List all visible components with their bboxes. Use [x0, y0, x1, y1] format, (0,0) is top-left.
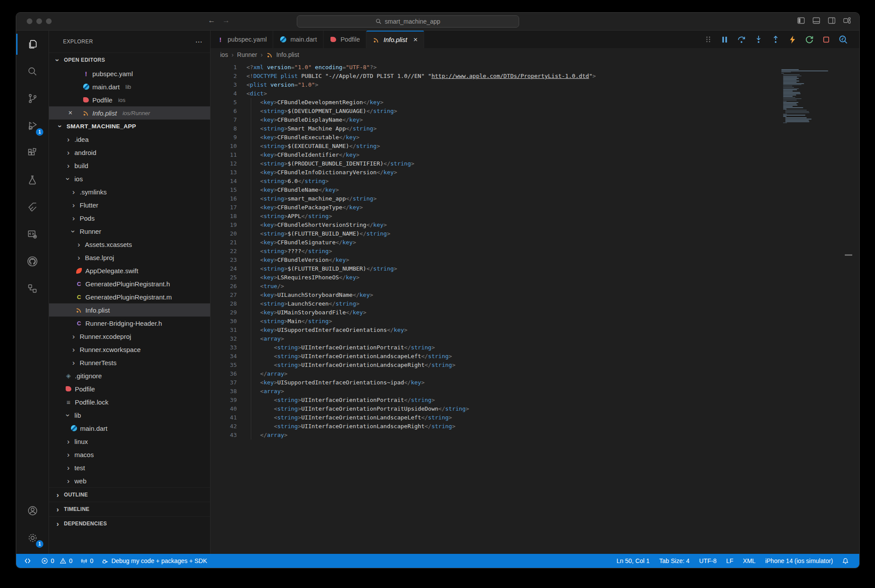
tree-item-info-plist[interactable]: Info.plist [49, 303, 210, 317]
tab-main-dart[interactable]: main.dart [273, 31, 323, 48]
command-center-search[interactable]: smart_machine_app [297, 15, 519, 28]
step-into-icon[interactable] [754, 35, 763, 44]
tree-item-assets-xcassets[interactable]: Assets.xcassets [49, 238, 210, 251]
tree-item-ios[interactable]: ios [49, 172, 210, 185]
views-and-more-actions-icon[interactable]: ⋯ [195, 38, 203, 46]
tree-item-linux[interactable]: linux [49, 435, 210, 448]
back-icon[interactable]: ← [208, 16, 215, 25]
code-line[interactable]: 24 <string>$(FLUTTER_BUILD_NUMBER)</stri… [211, 264, 859, 273]
github-view-icon[interactable] [16, 248, 49, 275]
code-line[interactable]: 25 <key>LSRequiresIPhoneOS</key> [211, 273, 859, 282]
code-line[interactable]: 10 <string>$(EXECUTABLE_NAME)</string> [211, 142, 859, 151]
tab-info-plist[interactable]: Info.plist× [366, 31, 424, 48]
project-manager-view-icon[interactable] [16, 221, 49, 248]
tree-item-flutter[interactable]: Flutter [49, 198, 210, 211]
restart-icon[interactable] [805, 35, 814, 44]
open-editor-info-plist[interactable]: ×Info.plistios/Runner [49, 106, 210, 120]
toggle-primary-sidebar-icon[interactable] [797, 16, 805, 25]
remote-indicator[interactable] [16, 554, 37, 568]
code-line[interactable]: 14 <string>6.0</string> [211, 177, 859, 186]
code-line[interactable]: 16 <string>smart_machine_app</string> [211, 194, 859, 203]
code-line[interactable]: 20 <string>$(FLUTTER_BUILD_NAME)</string… [211, 229, 859, 238]
code-line[interactable]: 38 <array> [211, 387, 859, 396]
ports-indicator[interactable]: 0 [77, 554, 98, 568]
code-line[interactable]: 29 <key>UIMainStoryboardFile</key> [211, 308, 859, 317]
customize-layout-icon[interactable] [843, 16, 851, 25]
code-line[interactable]: 43 </array> [211, 431, 859, 440]
breadcrumb-ios[interactable]: ios [220, 51, 228, 58]
code-line[interactable]: 21 <key>CFBundleSignature</key> [211, 238, 859, 247]
open-editor-podfile[interactable]: Podfileios [49, 93, 210, 106]
tree-item-web[interactable]: web [49, 474, 210, 487]
drag-grip-icon[interactable] [704, 35, 713, 44]
code-line[interactable]: 18 <string>APPL</string> [211, 212, 859, 221]
extensions-view-icon[interactable] [16, 139, 49, 166]
code-line[interactable]: 19 <key>CFBundleShortVersionString</key> [211, 221, 859, 229]
code-line[interactable]: 34 <string>UIInterfaceOrientationLandsca… [211, 352, 859, 361]
references-view-icon[interactable] [16, 275, 49, 302]
code-line[interactable]: 6 <string>$(DEVELOPMENT_LANGUAGE)</strin… [211, 107, 859, 116]
code-line[interactable]: 35 <string>UIInterfaceOrientationLandsca… [211, 361, 859, 370]
code-line[interactable]: 12 <string>$(PRODUCT_BUNDLE_IDENTIFIER)<… [211, 159, 859, 168]
close-icon[interactable]: × [68, 109, 80, 117]
cursor-position[interactable]: Ln 50, Col 1 [612, 557, 655, 564]
code-line[interactable]: 28 <string>LaunchScreen</string> [211, 299, 859, 308]
code-line[interactable]: 36 </array> [211, 370, 859, 378]
code-line[interactable]: 37 <key>UISupportedInterfaceOrientations… [211, 378, 859, 387]
tree-item-runner-bridging-header-h[interactable]: Runner-Bridging-Header.h [49, 317, 210, 330]
explorer-view-icon[interactable] [16, 31, 49, 58]
source-control-view-icon[interactable] [16, 85, 49, 112]
code-line[interactable]: 9 <key>CFBundleExecutable</key> [211, 133, 859, 142]
tree-item-android[interactable]: android [49, 146, 210, 159]
tree-item-gitignore[interactable]: .gitignore [49, 369, 210, 382]
code-line[interactable]: 42 <string>UIInterfaceOrientationLandsca… [211, 422, 859, 431]
code-line[interactable]: 41 <string>UIInterfaceOrientationLandsca… [211, 413, 859, 422]
indentation[interactable]: Tab Size: 4 [654, 557, 694, 564]
code-line[interactable]: 27 <key>UILaunchStoryboardName</key> [211, 291, 859, 299]
section-header-outline[interactable]: OUTLINE [49, 487, 210, 502]
code-line[interactable]: 40 <string>UIInterfaceOrientationPortrai… [211, 405, 859, 413]
code-editor[interactable]: 1<?xml version="1.0" encoding="UTF-8"?>2… [211, 61, 859, 554]
step-out-icon[interactable] [771, 35, 780, 44]
stop-icon[interactable] [822, 35, 831, 44]
code-line[interactable]: 11 <key>CFBundleIdentifier</key> [211, 151, 859, 159]
tree-item-runner[interactable]: Runner [49, 225, 210, 238]
code-line[interactable]: 3<plist version="1.0"> [211, 81, 859, 89]
tree-item-idea[interactable]: .idea [49, 133, 210, 146]
step-over-icon[interactable] [737, 35, 746, 44]
code-line[interactable]: 32 <array> [211, 334, 859, 343]
tree-item-runner-xcworkspace[interactable]: Runner.xcworkspace [49, 343, 210, 356]
forward-icon[interactable]: → [222, 16, 230, 25]
code-line[interactable]: 26 <true/> [211, 282, 859, 291]
breadcrumb-info-plist[interactable]: Info.plist [266, 51, 299, 58]
code-line[interactable]: 31 <key>UISupportedInterfaceOrientations… [211, 326, 859, 334]
device-selector[interactable]: iPhone 14 (ios simulator) [760, 557, 838, 564]
testing-view-icon[interactable] [16, 166, 49, 194]
zoom-window-button[interactable] [46, 18, 52, 24]
code-line[interactable]: 4<dict> [211, 89, 859, 98]
tree-item-main-dart[interactable]: main.dart [49, 422, 210, 435]
eol[interactable]: LF [721, 557, 738, 564]
code-line[interactable]: 30 <string>Main</string> [211, 317, 859, 326]
tree-item-generatedpluginregistrant-m[interactable]: GeneratedPluginRegistrant.m [49, 290, 210, 303]
pause-icon[interactable] [720, 35, 729, 44]
tab-podfile[interactable]: Podfile [323, 31, 366, 48]
problems-indicator[interactable]: 0 0 [37, 554, 77, 568]
flutter-view-icon[interactable] [16, 194, 49, 221]
toggle-secondary-sidebar-icon[interactable] [827, 16, 836, 25]
tree-item-symlinks[interactable]: .symlinks [49, 185, 210, 198]
section-header-dependencies[interactable]: DEPENDENCIES [49, 516, 210, 531]
widget-inspector-icon[interactable] [838, 35, 848, 44]
settings-gear-icon[interactable]: 1 [16, 524, 49, 551]
tree-item-generatedpluginregistrant-h[interactable]: GeneratedPluginRegistrant.h [49, 277, 210, 290]
open-editor-pubspec-yaml[interactable]: pubspec.yaml [49, 67, 210, 80]
code-line[interactable]: 33 <string>UIInterfaceOrientationPortrai… [211, 343, 859, 352]
code-line[interactable]: 39 <string>UIInterfaceOrientationPortrai… [211, 396, 859, 405]
code-line[interactable]: 2<!DOCTYPE plist PUBLIC "-//Apple//DTD P… [211, 72, 859, 81]
breadcrumb-runner[interactable]: Runner [237, 51, 257, 58]
tree-item-build[interactable]: build [49, 159, 210, 172]
tree-item-pods[interactable]: Pods [49, 211, 210, 225]
section-header-timeline[interactable]: TIMELINE [49, 502, 210, 516]
debug-config-indicator[interactable]: Debug my code + packages + SDK [97, 554, 211, 568]
notifications-indicator[interactable] [838, 554, 853, 568]
